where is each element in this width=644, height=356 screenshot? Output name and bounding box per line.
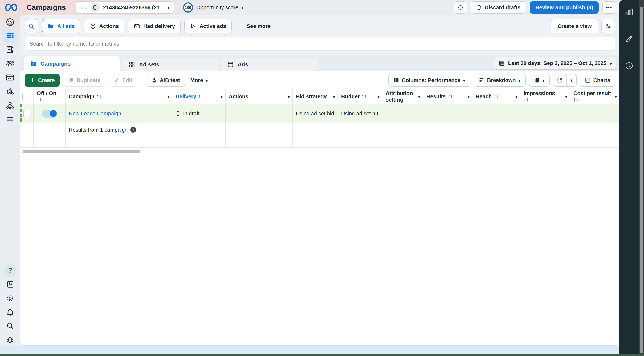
nav-events-manager[interactable]	[3, 99, 17, 112]
filter-pill-label: Active ads	[199, 23, 226, 29]
tab-label: Ad sets	[139, 61, 159, 68]
filter-pill-actions[interactable]: Actions	[84, 19, 124, 33]
ab-test-label: A/B test	[160, 77, 180, 83]
chevron-down-icon	[463, 77, 465, 83]
sort-arrows-icon: ↑↓	[524, 96, 529, 103]
create-a-view-label: Create a view	[557, 23, 592, 29]
column-header-results[interactable]: Results ↑↓	[423, 89, 472, 104]
bug-icon	[6, 335, 14, 344]
column-header-actions[interactable]: Actions	[226, 89, 293, 104]
nav-advertising-settings[interactable]	[3, 85, 17, 98]
more-button[interactable]: More	[188, 77, 210, 83]
nav-billing[interactable]	[3, 71, 17, 84]
nav-audiences[interactable]	[3, 57, 17, 70]
delivery-status-text: In draft	[183, 111, 199, 117]
review-and-publish-button[interactable]: Review and publish (3)	[530, 1, 599, 14]
chevron-down-icon[interactable]	[221, 93, 223, 100]
campaign-name-link[interactable]: New Leads Campaign	[69, 111, 121, 117]
edit-pencil-icon[interactable]	[625, 35, 634, 44]
chevron-down-icon[interactable]	[288, 93, 290, 100]
campaigns-folder-icon	[30, 60, 37, 67]
column-header-campaign[interactable]: Campaign ↑↓	[66, 89, 172, 104]
chevron-down-icon[interactable]	[515, 93, 517, 100]
export-options-button[interactable]	[567, 74, 576, 86]
ab-test-button[interactable]: A/B test	[146, 74, 185, 87]
see-more-filters[interactable]: See more	[235, 23, 273, 29]
audiences-people-icon	[6, 59, 15, 68]
insights-bar-chart-icon[interactable]	[624, 7, 634, 17]
chevron-down-icon[interactable]	[167, 93, 169, 100]
column-header-budget[interactable]: Budget ↑↓	[338, 89, 382, 104]
duplicate-button[interactable]: Duplicate	[63, 74, 105, 87]
nav-whats-new[interactable]	[3, 278, 17, 291]
filter-pill-had-delivery[interactable]: Had delivery	[128, 19, 181, 33]
create-button[interactable]: Create	[25, 74, 60, 87]
account-selector[interactable]: 1.0 2143842459228356 (21...	[76, 1, 174, 14]
scrollbar-thumb[interactable]	[640, 7, 643, 353]
chevron-down-icon[interactable]	[467, 93, 470, 100]
nav-campaigns[interactable]	[3, 29, 17, 43]
campaign-toggle[interactable]	[42, 110, 57, 118]
search-input[interactable]	[25, 37, 615, 51]
vertical-scrollbar[interactable]	[639, 0, 644, 356]
column-header-impressions[interactable]: Impressions ↑↓	[520, 89, 570, 104]
nav-report-a-problem[interactable]	[3, 333, 17, 346]
column-header-attribution-setting[interactable]: Attribution setting	[382, 89, 423, 104]
column-header-off-on[interactable]: Off / On ↑↓	[34, 89, 66, 104]
column-header-bid-strategy[interactable]: Bid strategy	[293, 89, 338, 104]
edit-button[interactable]: Edit	[109, 74, 137, 87]
recent-activity-clock-icon[interactable]	[625, 61, 634, 70]
reports-button[interactable]	[529, 74, 550, 87]
select-all-checkbox[interactable]	[22, 92, 31, 101]
create-label: Create	[38, 77, 55, 83]
horizontal-scrollbar[interactable]	[23, 150, 140, 153]
chevron-down-icon	[519, 77, 521, 83]
opportunity-score-ring: 100	[183, 2, 193, 13]
create-a-view-button[interactable]: Create a view	[551, 19, 598, 33]
nav-ads-reporting[interactable]	[3, 43, 17, 56]
discard-drafts-button[interactable]: Discard drafts	[471, 1, 526, 14]
filter-search-button[interactable]	[25, 19, 38, 33]
opportunity-score[interactable]: 100 Opportunity score	[183, 2, 244, 13]
chevron-down-icon[interactable]	[565, 93, 567, 100]
nav-settings[interactable]	[3, 292, 17, 305]
chevron-down-icon[interactable]	[418, 93, 420, 100]
nav-account-overview[interactable]	[3, 15, 17, 29]
impressions-cell: —	[520, 104, 570, 123]
bottom-edge-bar	[0, 354, 644, 356]
summary-cell	[20, 123, 34, 147]
view-settings-button[interactable]	[601, 19, 615, 33]
trash-icon	[476, 5, 482, 10]
chevron-down-icon	[610, 60, 612, 66]
tab-ad-sets[interactable]: Ad sets	[123, 58, 218, 71]
more-options-button[interactable]: •••	[602, 1, 615, 14]
chevron-down-icon[interactable]	[377, 93, 380, 100]
tab-label: Campaigns	[40, 60, 71, 67]
filter-pill-label: Actions	[99, 23, 119, 29]
date-range-selector[interactable]: Last 30 days: Sep 2, 2025 – Oct 1, 2025	[494, 57, 616, 70]
meta-logo-icon[interactable]	[5, 3, 17, 11]
nav-help[interactable]: ?	[3, 264, 17, 277]
nav-search[interactable]	[3, 319, 17, 333]
info-icon[interactable]: i	[130, 127, 136, 133]
refresh-button[interactable]	[454, 1, 467, 14]
column-header-delivery[interactable]: Delivery ↑	[172, 89, 226, 104]
chevron-down-icon[interactable]	[615, 93, 617, 100]
column-header-reach[interactable]: Reach ↑↓	[472, 89, 520, 104]
reports-pages-icon	[6, 45, 15, 54]
tab-campaigns[interactable]: Campaigns	[24, 56, 120, 71]
nav-notifications[interactable]	[3, 305, 17, 319]
filter-pill-all-ads[interactable]: All ads	[42, 19, 80, 33]
charts-button[interactable]: Charts	[580, 74, 615, 87]
breakdown-button[interactable]: Breakdown	[474, 74, 526, 87]
nav-all-tools[interactable]	[3, 112, 17, 126]
columns-button[interactable]: Columns: Performance	[388, 74, 470, 87]
export-button[interactable]	[553, 74, 567, 86]
tab-ads[interactable]: Ads	[221, 58, 317, 71]
column-header-cost-per-result[interactable]: Cost per result ↑↓	[570, 89, 619, 104]
chevron-down-icon[interactable]	[333, 93, 335, 100]
play-outline-icon	[190, 23, 196, 29]
flask-icon	[151, 77, 157, 83]
filter-pill-active-ads[interactable]: Active ads	[184, 19, 232, 33]
row-checkbox[interactable]	[23, 109, 30, 118]
